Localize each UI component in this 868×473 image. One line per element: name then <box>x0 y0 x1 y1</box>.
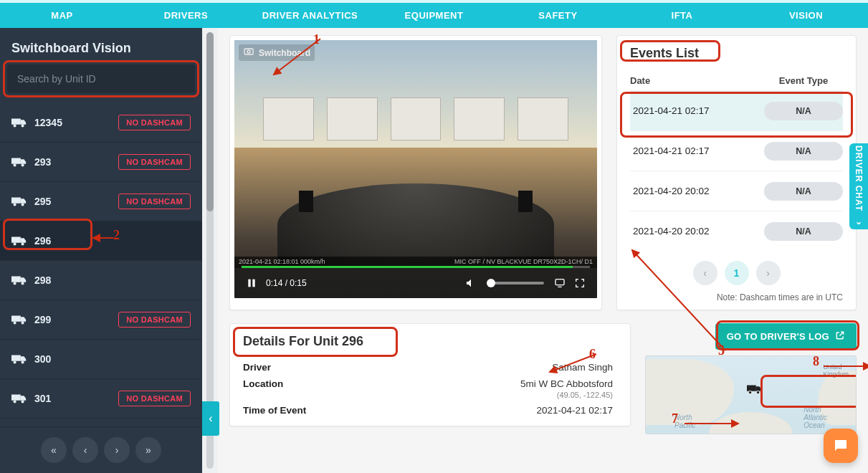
svg-rect-6 <box>11 198 21 204</box>
no-dashcam-badge: NO DASHCAM <box>118 194 191 209</box>
events-prev-button[interactable]: ‹ <box>693 261 717 285</box>
event-date: 2021-04-21 02:17 <box>630 145 764 156</box>
nav-tab-driver-analytics[interactable]: DRIVER ANALYTICS <box>248 10 372 21</box>
svg-rect-3 <box>11 158 21 164</box>
nav-tab-safety[interactable]: SAFETY <box>496 10 620 21</box>
event-row[interactable]: 2021-04-20 20:02N/A <box>630 211 843 251</box>
svg-rect-26 <box>248 280 250 287</box>
pager-last-button[interactable]: » <box>135 437 161 463</box>
svg-rect-29 <box>747 386 756 391</box>
sidebar-unit-300[interactable]: 300 <box>0 340 202 379</box>
svg-rect-12 <box>11 277 21 282</box>
sidebar-unit-293[interactable]: 293NO DASHCAM <box>0 143 202 182</box>
svg-rect-28 <box>555 280 564 285</box>
map-label-natlantic: North Atlantic Ocean <box>803 406 827 429</box>
events-card: Events List Date Event Type 2021-04-21 0… <box>616 35 857 310</box>
events-title: Events List <box>630 46 843 61</box>
details-card: Details For Unit 296 Driver Satnam Singh… <box>229 323 631 426</box>
pager-next-button[interactable]: › <box>104 437 130 463</box>
nav-tab-equipment[interactable]: EQUIPMENT <box>372 10 496 21</box>
svg-point-4 <box>14 164 16 167</box>
truck-icon <box>11 274 27 286</box>
svg-point-5 <box>22 164 24 167</box>
truck-icon <box>11 353 27 365</box>
svg-rect-15 <box>11 316 21 322</box>
svg-point-30 <box>748 391 751 393</box>
unit-id-label: 293 <box>34 156 51 168</box>
chevron-down-icon: ⌄ <box>854 216 864 227</box>
fullscreen-icon[interactable] <box>570 273 590 293</box>
sidebar-unit-301[interactable]: 301NO DASHCAM <box>0 379 202 419</box>
truck-icon <box>11 235 27 247</box>
events-note: Note: Dashcam times are in UTC <box>630 292 843 302</box>
events-page-number[interactable]: 1 <box>725 261 749 285</box>
event-row[interactable]: 2021-04-20 20:02N/A <box>630 171 843 211</box>
go-to-drivers-log-button[interactable]: GO TO DRIVER'S LOG <box>715 323 857 350</box>
svg-rect-21 <box>11 395 21 401</box>
event-type-badge: N/A <box>764 142 843 161</box>
content-area: Switchboard 2021-04-21 02:18:01 000km/h … <box>202 28 868 473</box>
svg-rect-27 <box>252 280 254 287</box>
dashcam-video-card: Switchboard 2021-04-21 02:18:01 000km/h … <box>229 35 602 310</box>
details-time-key: Time of Event <box>243 405 329 416</box>
svg-rect-18 <box>11 355 21 361</box>
sidebar-unit-295[interactable]: 295NO DASHCAM <box>0 182 202 221</box>
dashcam-video[interactable]: Switchboard 2021-04-21 02:18:01 000km/h … <box>234 40 597 298</box>
unit-id-label: 296 <box>34 235 51 247</box>
event-date: 2021-04-21 02:17 <box>630 105 764 116</box>
driver-chat-tab[interactable]: DRIVER CHAT ⌄ <box>849 143 868 229</box>
svg-point-19 <box>14 361 16 364</box>
pager-prev-button[interactable]: ‹ <box>72 437 98 463</box>
pager-first-button[interactable]: « <box>41 437 67 463</box>
events-header-date: Date <box>630 75 764 86</box>
events-next-button[interactable]: › <box>756 261 781 285</box>
sidebar-collapse-button[interactable]: ‹ <box>202 401 219 436</box>
sidebar-unit-299[interactable]: 299NO DASHCAM <box>0 300 202 340</box>
unit-id-label: 298 <box>34 274 51 286</box>
event-row[interactable]: 2021-04-21 02:17N/A <box>630 90 843 130</box>
unit-id-label: 295 <box>34 196 51 207</box>
truck-icon <box>11 393 27 404</box>
search-input[interactable] <box>7 64 195 93</box>
sidebar-unit-12345[interactable]: 12345NO DASHCAM <box>0 103 202 143</box>
details-driver-key: Driver <box>243 362 329 373</box>
external-link-icon <box>835 330 845 343</box>
details-location-key: Location <box>243 378 329 389</box>
nav-tab-ifta[interactable]: IFTA <box>620 10 744 21</box>
event-date: 2021-04-20 20:02 <box>630 186 764 196</box>
video-brand-label: Switchboard <box>259 48 310 58</box>
svg-point-2 <box>22 125 24 128</box>
truck-icon <box>11 314 27 325</box>
video-time-label: 0:14 / 0:15 <box>266 278 307 288</box>
no-dashcam-badge: NO DASHCAM <box>118 391 191 406</box>
svg-point-22 <box>14 401 16 403</box>
chat-fab-button[interactable] <box>824 429 858 463</box>
sidebar-title: Switchboard Vision <box>0 28 202 64</box>
nav-tab-drivers[interactable]: DRIVERS <box>124 10 248 21</box>
unit-id-label: 301 <box>34 393 51 404</box>
svg-point-23 <box>22 401 24 403</box>
event-map[interactable]: North Pacific North Atlantic Ocean Unite… <box>645 355 857 434</box>
camera-icon <box>243 46 254 59</box>
sidebar-unit-296[interactable]: 296 <box>0 221 202 261</box>
svg-point-20 <box>22 361 24 364</box>
nav-tab-vision[interactable]: VISION <box>744 10 868 21</box>
volume-slider[interactable] <box>487 282 544 285</box>
svg-rect-9 <box>11 237 21 243</box>
svg-point-13 <box>14 282 16 285</box>
nav-tab-map[interactable]: MAP <box>0 10 124 21</box>
no-dashcam-badge: NO DASHCAM <box>118 312 191 328</box>
svg-point-14 <box>22 282 24 285</box>
event-date: 2021-04-20 20:02 <box>630 226 764 236</box>
no-dashcam-badge: NO DASHCAM <box>118 115 191 130</box>
event-type-badge: N/A <box>764 102 843 120</box>
cast-icon[interactable] <box>550 273 570 293</box>
pause-button[interactable] <box>242 273 262 293</box>
truck-icon <box>11 196 27 207</box>
details-time-value: 2021-04-21 02:17 <box>329 405 617 416</box>
sidebar-unit-298[interactable]: 298 <box>0 261 202 300</box>
svg-rect-24 <box>244 49 253 54</box>
event-row[interactable]: 2021-04-21 02:17N/A <box>630 130 843 171</box>
truck-icon <box>11 117 27 128</box>
volume-icon[interactable] <box>461 273 481 293</box>
